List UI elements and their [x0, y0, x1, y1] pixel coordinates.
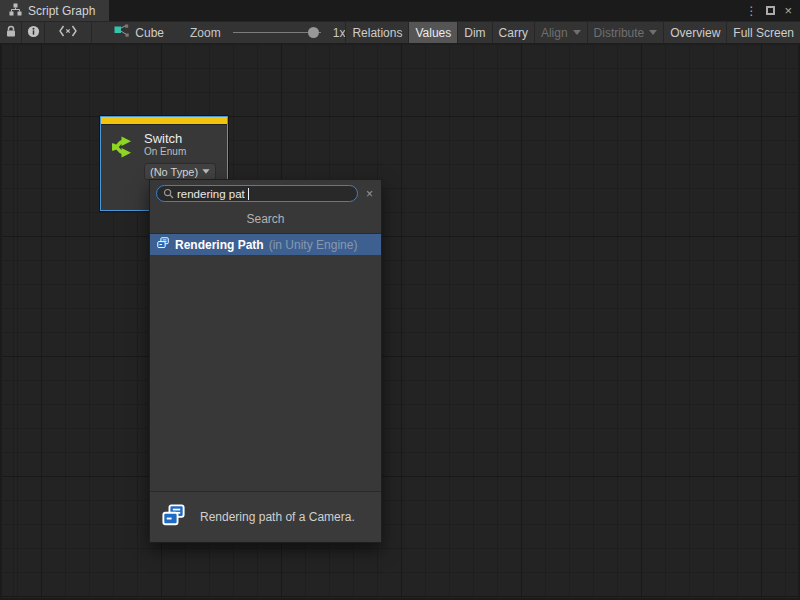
fullscreen-button[interactable]: Full Screen [726, 22, 800, 43]
lock-button[interactable] [0, 22, 22, 43]
info-icon [27, 25, 40, 41]
code-icon [59, 25, 77, 40]
node-header: Switch On Enum (No Type) [101, 125, 227, 180]
node-accent-bar [101, 117, 227, 125]
zoom-value: 1x [333, 26, 346, 40]
align-label: Align [541, 26, 568, 40]
type-dropdown-label: (No Type) [150, 166, 198, 178]
result-description: Rendering path of a Camera. [200, 510, 355, 524]
type-dropdown[interactable]: (No Type) [144, 163, 216, 180]
finder-footer: Rendering path of a Camera. [150, 491, 381, 542]
graph-canvas[interactable]: Switch On Enum (No Type) rendering pat ×… [0, 44, 800, 600]
text-cursor [248, 188, 249, 200]
distribute-button[interactable]: Distribute [587, 22, 664, 43]
result-row-rendering-path[interactable]: Rendering Path (in Unity Engine) [150, 234, 381, 255]
switch-branch-icon [106, 131, 140, 180]
zoom-slider[interactable] [233, 27, 321, 38]
align-button[interactable]: Align [534, 22, 587, 43]
finder-search-row: rendering pat × [150, 180, 381, 206]
result-name: Rendering Path [175, 238, 264, 252]
carry-button[interactable]: Carry [492, 22, 534, 43]
info-button[interactable] [22, 22, 44, 43]
tab-label: Script Graph [28, 4, 95, 18]
code-preview-button[interactable] [45, 22, 93, 43]
search-input[interactable]: rendering pat [156, 185, 358, 202]
finder-close-button[interactable]: × [362, 188, 377, 200]
search-icon [163, 185, 174, 203]
enum-type-icon [156, 236, 170, 254]
breadcrumb-label: Cube [135, 26, 164, 40]
node-subtitle: On Enum [144, 146, 221, 158]
zoom-label: Zoom [190, 26, 221, 40]
maximize-icon[interactable] [766, 6, 775, 15]
distribute-label: Distribute [594, 26, 645, 40]
close-icon[interactable]: × [784, 4, 792, 17]
relations-button[interactable]: Relations [345, 22, 408, 43]
enum-type-icon-large [160, 502, 187, 533]
chevron-down-icon [649, 30, 657, 35]
search-input-value: rendering pat [177, 188, 245, 200]
kebab-menu-icon[interactable]: ⋮ [745, 5, 757, 17]
window-controls: ⋮ × [745, 0, 800, 21]
chevron-down-icon [573, 30, 581, 35]
finder-result-list: Rendering Path (in Unity Engine) [150, 234, 381, 491]
lock-icon [5, 25, 17, 41]
hierarchy-icon [9, 2, 22, 20]
graph-icon [114, 24, 129, 41]
node-text: Switch On Enum (No Type) [140, 131, 221, 180]
overview-button[interactable]: Overview [663, 22, 726, 43]
zoom-slider-handle[interactable] [308, 27, 319, 38]
zoom-control: Zoom 1x [190, 22, 345, 43]
breadcrumb[interactable]: Cube [114, 22, 164, 43]
chevron-down-icon [202, 169, 209, 174]
finder-tab-header: Search [150, 206, 381, 234]
values-button[interactable]: Values [408, 22, 457, 43]
tab-strip: Script Graph ⋮ × [0, 0, 800, 21]
graph-toolbar: Cube Zoom 1x Relations Values Dim Carry … [0, 21, 800, 44]
toolbar-right-group: Relations Values Dim Carry Align Distrib… [345, 22, 800, 43]
dim-button[interactable]: Dim [457, 22, 491, 43]
tab-script-graph[interactable]: Script Graph [0, 0, 109, 21]
result-namespace: (in Unity Engine) [269, 238, 358, 252]
fuzzy-finder-popup: rendering pat × Search Rendering Path [149, 179, 382, 543]
node-title: Switch [144, 131, 221, 146]
